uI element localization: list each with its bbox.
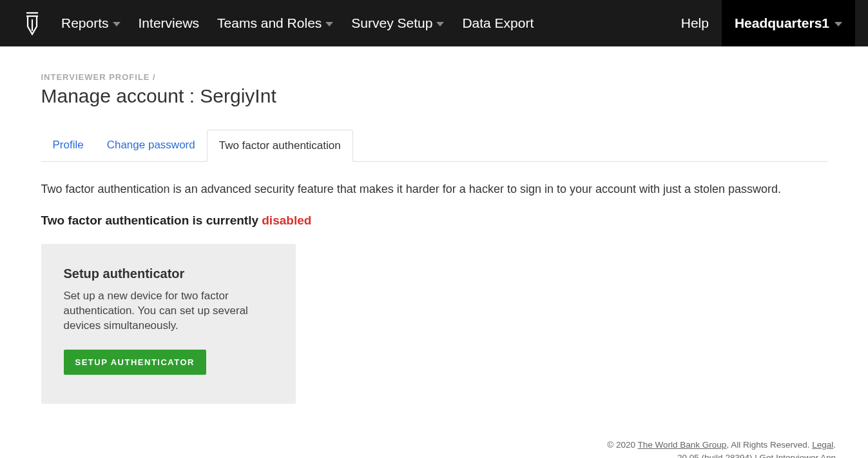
nav-teams-roles-label: Teams and Roles: [217, 15, 322, 31]
setup-authenticator-card: Setup authenticator Set up a new device …: [41, 244, 296, 404]
footer-copyright: © 2020: [607, 440, 637, 450]
breadcrumb[interactable]: INTERVIEWER PROFILE /: [41, 72, 827, 82]
twofa-status-value: disabled: [262, 214, 311, 227]
chevron-down-icon: [436, 22, 444, 26]
footer-version: 20.05 (build 28394) |: [677, 453, 759, 458]
tab-change-password[interactable]: Change password: [95, 130, 207, 161]
chevron-down-icon: [325, 22, 333, 26]
card-title: Setup authenticator: [64, 266, 273, 281]
twofa-description: Two factor authentication is an advanced…: [41, 181, 827, 197]
footer-line-2: 20.05 (build 28394) | Get Interviewer Ap…: [13, 452, 836, 458]
footer: © 2020 The World Bank Group, All Rights …: [0, 430, 868, 458]
footer-period: .: [833, 440, 836, 450]
chevron-down-icon: [834, 22, 842, 26]
page-title-name: SergiyInt: [200, 85, 276, 106]
nav-user-label: Headquarters1: [735, 15, 829, 31]
nav-reports[interactable]: Reports: [61, 15, 121, 31]
logo-icon: [25, 10, 39, 36]
nav-items: Reports Interviews Teams and Roles Surve…: [61, 15, 668, 31]
top-nav: Reports Interviews Teams and Roles Surve…: [0, 0, 868, 46]
tabs: Profile Change password Two factor authe…: [41, 130, 827, 162]
footer-legal-link[interactable]: Legal: [812, 440, 833, 450]
nav-teams-roles[interactable]: Teams and Roles: [217, 15, 333, 31]
twofa-status: Two factor authentication is currently d…: [41, 214, 827, 228]
nav-interviews-label: Interviews: [139, 15, 200, 31]
setup-authenticator-button[interactable]: SETUP AUTHENTICATOR: [64, 350, 206, 375]
nav-user-menu[interactable]: Headquarters1: [722, 0, 855, 46]
nav-interviews[interactable]: Interviews: [139, 15, 200, 31]
page-title-prefix: Manage account :: [41, 85, 200, 106]
page-title: Manage account : SergiyInt: [41, 85, 827, 107]
footer-org-link[interactable]: The World Bank Group: [638, 440, 727, 450]
chevron-down-icon: [113, 22, 121, 26]
footer-app-link[interactable]: Get Interviewer App: [759, 453, 836, 458]
tab-two-factor[interactable]: Two factor authentication: [207, 130, 353, 162]
logo[interactable]: [19, 9, 45, 37]
content: INTERVIEWER PROFILE / Manage account : S…: [28, 46, 840, 430]
nav-reports-label: Reports: [61, 15, 109, 31]
nav-survey-setup-label: Survey Setup: [351, 15, 432, 31]
tab-profile[interactable]: Profile: [41, 130, 95, 161]
nav-survey-setup[interactable]: Survey Setup: [351, 15, 444, 31]
footer-rights: , All Rights Reserved.: [726, 440, 812, 450]
nav-right: Help Headquarters1: [668, 0, 855, 46]
card-body: Set up a new device for two factor authe…: [64, 289, 273, 334]
footer-line-1: © 2020 The World Bank Group, All Rights …: [13, 439, 836, 452]
nav-data-export[interactable]: Data Export: [462, 15, 534, 31]
twofa-status-prefix: Two factor authentication is currently: [41, 214, 262, 227]
nav-data-export-label: Data Export: [462, 15, 534, 31]
nav-help[interactable]: Help: [668, 15, 722, 31]
